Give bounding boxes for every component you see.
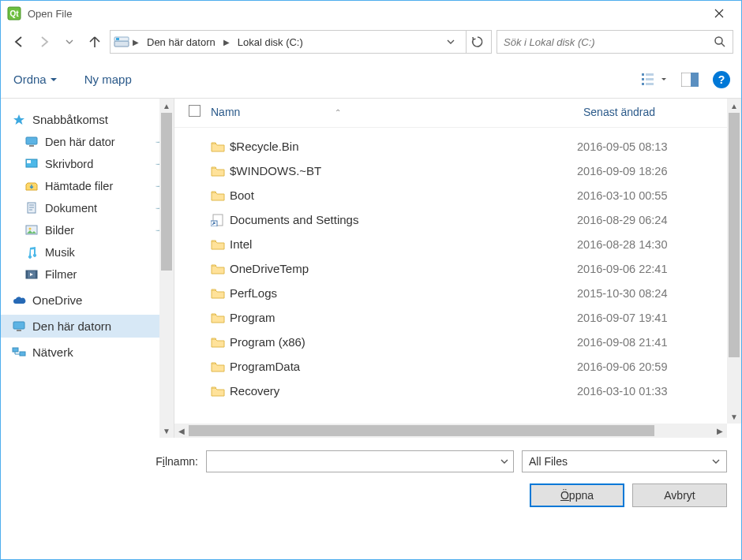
- breadcrumb-this-pc[interactable]: Den här datorn: [142, 35, 220, 50]
- file-row[interactable]: Program2016-09-07 19:41: [211, 305, 741, 330]
- svg-rect-17: [27, 160, 31, 163]
- cancel-button[interactable]: Avbryt: [632, 483, 727, 507]
- filter-label: All Files: [529, 455, 568, 468]
- svg-rect-23: [36, 271, 37, 278]
- sidebar-this-pc[interactable]: Den här datorn: [1, 315, 174, 338]
- file-row[interactable]: Program (x86)2016-09-08 21:41: [211, 330, 741, 354]
- svg-rect-9: [646, 73, 654, 76]
- sidebar-pictures[interactable]: Bilder 📌: [1, 219, 174, 241]
- sidebar-item-label: Den här dator: [45, 136, 115, 148]
- refresh-button[interactable]: [466, 31, 488, 53]
- sidebar-item-label: Filmer: [45, 268, 77, 281]
- file-row[interactable]: Documents and Settings2016-08-29 06:24: [211, 207, 741, 232]
- file-row[interactable]: OneDriveTemp2016-09-06 22:41: [211, 256, 741, 281]
- scroll-thumb[interactable]: [729, 113, 740, 357]
- scroll-thumb[interactable]: [189, 425, 654, 436]
- sidebar-videos[interactable]: Filmer: [1, 263, 174, 286]
- svg-rect-10: [646, 78, 654, 80]
- file-name: $WINDOWS.~BT: [230, 164, 577, 177]
- file-row[interactable]: $Recycle.Bin2016-09-05 08:13: [211, 134, 741, 159]
- scroll-thumb[interactable]: [161, 113, 172, 271]
- dialog-footer: Filnamn: All Files Öppna Avbryt: [1, 438, 741, 507]
- sidebar-onedrive[interactable]: OneDrive: [1, 289, 174, 312]
- sidebar-music[interactable]: Musik: [1, 241, 174, 263]
- chevron-right-icon[interactable]: ▶: [133, 38, 139, 47]
- file-row[interactable]: Boot2016-03-10 00:55: [211, 183, 741, 207]
- file-name: Boot: [230, 189, 577, 202]
- file-vscrollbar[interactable]: ▲ ▼: [727, 99, 741, 424]
- sidebar-documents[interactable]: Dokument 📌: [1, 197, 174, 219]
- file-list[interactable]: $Recycle.Bin2016-09-05 08:13$WINDOWS.~BT…: [174, 128, 741, 438]
- folder-icon: [211, 361, 230, 372]
- sort-indicator-icon: ⌃: [335, 108, 341, 117]
- address-dropdown[interactable]: [442, 38, 459, 46]
- up-button[interactable]: [84, 32, 105, 52]
- search-icon[interactable]: [714, 35, 726, 48]
- chevron-down-icon: [712, 457, 720, 465]
- file-row[interactable]: PerfLogs2015-10-30 08:24: [211, 281, 741, 305]
- folder-icon: [211, 312, 230, 323]
- forward-button[interactable]: [34, 32, 54, 52]
- recent-dropdown[interactable]: [59, 32, 80, 52]
- navbar: ▶ Den här datorn ▶ Lokal disk (C:): [1, 26, 741, 58]
- scroll-right-icon[interactable]: ▶: [713, 424, 727, 438]
- preview-pane-button[interactable]: [681, 73, 699, 87]
- titlebar: Qt Open File: [1, 1, 741, 26]
- select-all-checkbox[interactable]: [189, 105, 211, 119]
- folder-icon: [211, 190, 230, 201]
- videos-icon: [24, 268, 39, 281]
- file-date: 2016-09-05 08:13: [577, 140, 741, 153]
- help-button[interactable]: ?: [713, 71, 730, 88]
- open-button[interactable]: Öppna: [530, 483, 624, 507]
- file-date: 2016-09-06 22:41: [577, 263, 741, 275]
- file-pane: Namn ⌃ Senast ändrad $Recycle.Bin2016-09…: [174, 99, 741, 438]
- sidebar-this-pc-sub[interactable]: Den här dator 📌: [1, 131, 174, 153]
- file-hscrollbar[interactable]: ◀ ▶: [174, 424, 727, 438]
- svg-rect-22: [26, 271, 28, 278]
- file-row[interactable]: ProgramData2016-09-06 20:59: [211, 354, 741, 379]
- search-input[interactable]: [504, 36, 714, 48]
- desktop-icon: [24, 158, 39, 170]
- new-folder-button[interactable]: Ny mapp: [83, 68, 133, 91]
- breadcrumb-drive[interactable]: Lokal disk (C:): [233, 35, 308, 50]
- sidebar-item-label: Musik: [45, 246, 75, 259]
- scroll-down-icon[interactable]: ▼: [159, 424, 174, 438]
- file-row[interactable]: Recovery2016-03-10 01:33: [211, 379, 741, 403]
- sidebar-quick-access[interactable]: Snabbåtkomst: [1, 108, 174, 131]
- folder-icon: [211, 166, 230, 177]
- sidebar-item-label: Skrivbord: [45, 158, 93, 170]
- file-row[interactable]: $WINDOWS.~BT2016-09-09 18:26: [211, 159, 741, 183]
- new-folder-label: Ny mapp: [84, 73, 132, 86]
- sidebar-downloads[interactable]: Hämtade filer 📌: [1, 175, 174, 197]
- pictures-icon: [24, 224, 39, 237]
- sidebar-network[interactable]: Nätverk: [1, 341, 174, 364]
- sidebar-item-label: Hämtade filer: [45, 180, 113, 192]
- file-date: 2016-03-10 00:55: [577, 189, 741, 202]
- file-row[interactable]: Intel2016-08-28 14:30: [211, 232, 741, 256]
- file-type-filter[interactable]: All Files: [522, 450, 727, 472]
- sidebar-desktop[interactable]: Skrivbord 📌: [1, 153, 174, 175]
- sidebar-scrollbar[interactable]: ▲ ▼: [159, 99, 174, 438]
- sidebar-item-label: Dokument: [45, 202, 97, 215]
- file-date: 2016-09-06 20:59: [577, 360, 741, 373]
- scroll-up-icon[interactable]: ▲: [727, 99, 741, 113]
- scroll-up-icon[interactable]: ▲: [159, 99, 174, 113]
- svg-text:Qt: Qt: [9, 9, 19, 18]
- chevron-right-icon[interactable]: ▶: [223, 38, 230, 47]
- organize-menu[interactable]: Ordna: [12, 68, 59, 91]
- search-box[interactable]: [497, 30, 733, 54]
- back-button[interactable]: [9, 32, 29, 52]
- close-button[interactable]: [703, 1, 735, 26]
- toolbar: Ordna Ny mapp ?: [1, 61, 741, 99]
- address-bar[interactable]: ▶ Den här datorn ▶ Lokal disk (C:): [110, 30, 492, 54]
- scroll-left-icon[interactable]: ◀: [174, 424, 189, 438]
- folder-icon: [211, 141, 230, 152]
- app-icon: Qt: [7, 6, 21, 21]
- view-mode-button[interactable]: [642, 73, 667, 87]
- column-modified[interactable]: Senast ändrad: [583, 106, 733, 118]
- column-name[interactable]: Namn: [211, 106, 240, 118]
- file-name: ProgramData: [230, 360, 577, 373]
- folder-icon: [211, 337, 230, 348]
- scroll-down-icon[interactable]: ▼: [727, 409, 741, 424]
- filename-input[interactable]: [206, 450, 514, 472]
